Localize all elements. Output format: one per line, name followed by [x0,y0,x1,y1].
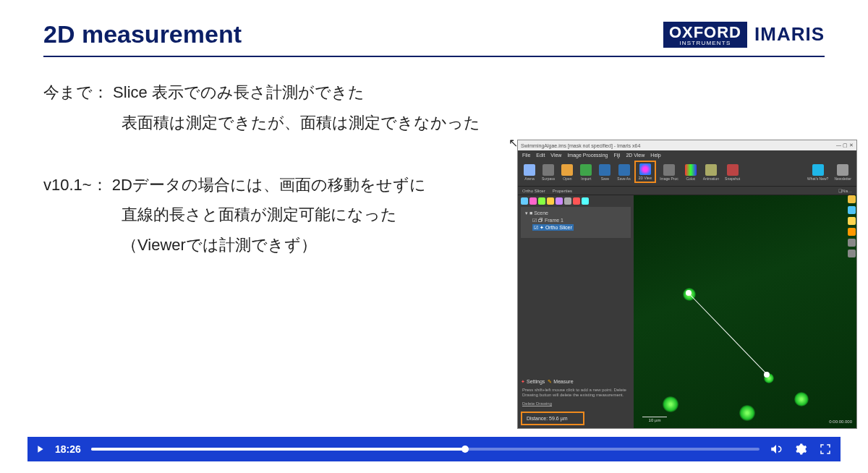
palette-icon[interactable] [564,197,571,205]
image-viewport[interactable]: 10 µm 0:00:00.000 [634,195,856,428]
bullet-line-2: 表面積は測定できたが、面積は測定できなかった [122,108,825,138]
cell-dot [794,392,809,406]
rtool-icon[interactable] [848,217,856,225]
current-time: 18:26 [55,443,81,455]
window-title: SwimmingAlgae.ims [mask not specified] -… [521,143,640,148]
menu-imageproc[interactable]: Image Processing [567,153,608,158]
rtool-icon[interactable] [848,250,856,257]
cell-dot [739,405,755,421]
tb-newsletter[interactable]: Newsletter [832,163,854,182]
tab-settings[interactable]: ✦Settings [521,379,545,385]
menu-bar[interactable]: File Edit View Image Processing Fiji 2D … [518,150,856,159]
tb-snapshot[interactable]: Snapshot [723,163,742,182]
tb-imageproc[interactable]: Image Proc [658,163,681,182]
left-panel: ▾ ■ Scene ☑ 🗇 Frame 1 ☑ ✦ Ortho Slicer ✦… [518,195,634,428]
tree-ortho[interactable]: Ortho Slicer [545,225,572,230]
measure-instructions: Press shift+left mouse click to add a ne… [518,386,634,401]
rtool-icon[interactable] [848,195,856,203]
cell-dot [663,396,678,412]
right-tool-strip [848,195,856,257]
distance-readout: Distance: 59.6 µm [521,412,584,425]
sub-ortho[interactable]: Ortho Slicer [522,189,545,193]
video-player-bar: 18:26 [27,437,841,461]
bullet-line-1: 今まで： Slice 表示でのみ長さ計測ができた [43,77,825,108]
palette-icon[interactable] [582,197,589,205]
menu-fiji[interactable]: Fiji [613,153,620,158]
highlight-2dview: 2D View [634,161,657,183]
scale-label: 10 µm [649,418,661,422]
tb-whatsnew[interactable]: What's New? [805,163,830,182]
imaris-logo: IMARIS [754,23,825,46]
settings-icon[interactable] [794,443,807,456]
title-row: 2D measurement OXFORD INSTRUMENTS IMARIS [43,20,825,57]
scene-tree[interactable]: ▾ ■ Scene ☑ 🗇 Frame 1 ☑ ✦ Ortho Slicer [521,207,631,238]
tb-open[interactable]: Open [558,163,576,182]
tree-frame[interactable]: Frame 1 [545,218,563,223]
menu-view[interactable]: View [550,153,561,158]
panel-tabs: ✦Settings ✎Measure [521,379,631,385]
slide-area: 2D measurement OXFORD INSTRUMENTS IMARIS… [0,0,868,434]
tree-scene[interactable]: Scene [534,210,548,216]
tb-surpass[interactable]: Surpass [540,163,557,182]
brand-block: OXFORD INSTRUMENTS IMARIS [663,22,825,48]
sub-props[interactable]: Properties [553,189,572,193]
rtool-icon[interactable] [848,228,856,236]
measure-endpoint[interactable] [686,290,692,296]
menu-help[interactable]: Help [650,153,660,158]
window-titlebar[interactable]: SwimmingAlgae.ims [mask not specified] -… [518,140,856,150]
window-controls[interactable]: — ▢ ✕ [836,142,854,148]
palette-icon[interactable] [556,197,563,205]
imaris-window: SwimmingAlgae.ims [mask not specified] -… [517,140,857,429]
tb-coloc[interactable]: Coloc [682,163,699,182]
tb-save[interactable]: Save [596,163,613,182]
measurement-line [689,294,768,375]
seek-progress [91,448,466,451]
tool-palette[interactable] [518,195,634,207]
palette-icon[interactable] [529,197,537,205]
seek-bar[interactable] [91,448,760,451]
play-button[interactable] [27,443,52,455]
palette-icon[interactable] [547,197,554,205]
palette-icon[interactable] [521,197,528,205]
tb-animation[interactable]: Animation [701,163,721,182]
menu-edit[interactable]: Edit [536,153,545,158]
sub-na[interactable]: ❏Na… [838,188,852,193]
menu-2dview[interactable]: 2D View [626,153,644,158]
toolbar: Arena Surpass Open Import Save Save As 2… [518,159,856,187]
menu-file[interactable]: File [522,153,530,158]
main-area: ▾ ■ Scene ☑ 🗇 Frame 1 ☑ ✦ Ortho Slicer ✦… [518,195,856,428]
timecode: 0:00:00.000 [829,419,852,424]
delete-drawing-link[interactable]: Delete Drawing [518,400,634,409]
tb-arena[interactable]: Arena [521,163,538,182]
volume-icon[interactable] [770,443,783,456]
seek-knob[interactable] [461,446,469,453]
tb-saveas[interactable]: Save As [615,163,632,182]
measure-endpoint[interactable] [764,372,770,378]
page-title: 2D measurement [43,20,242,48]
palette-icon[interactable] [538,197,545,205]
palette-icon[interactable] [573,197,580,205]
sub-toolbar: Ortho Slicer Properties ❏Na… [518,187,856,195]
tab-measure[interactable]: ✎Measure [548,379,573,385]
tb-2dview[interactable]: 2D View [637,163,655,181]
oxford-logo: OXFORD INSTRUMENTS [663,22,747,48]
tb-import[interactable]: Import [577,163,595,182]
scale-bar: 10 µm [642,417,667,422]
rtool-icon[interactable] [848,239,856,247]
fullscreen-icon[interactable] [819,443,832,456]
rtool-icon[interactable] [848,206,856,214]
